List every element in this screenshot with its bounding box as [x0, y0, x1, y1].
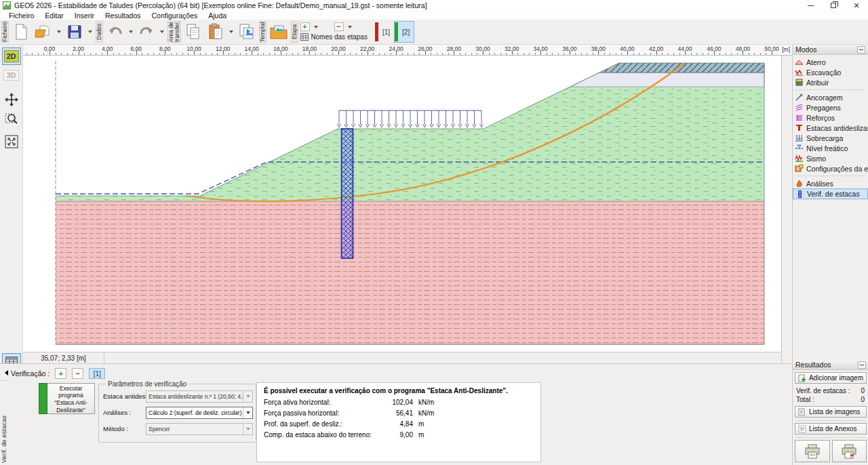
ruler-tick — [235, 53, 235, 55]
menu-resultados[interactable]: Resultados — [100, 12, 146, 20]
ruler-tick — [90, 53, 91, 55]
stage-1-tab[interactable]: [1] — [382, 28, 390, 36]
pile-select[interactable]: Estaca antideslizante n.º 1 (20,50; 4,66… — [146, 390, 253, 403]
mode-excavation[interactable]: Escavação — [793, 67, 868, 77]
copy-picture-button[interactable] — [237, 21, 257, 43]
ruler-tick — [517, 53, 518, 55]
ruler-tick — [148, 53, 149, 55]
copy-button[interactable] — [183, 21, 203, 43]
stage-2-tab-selected[interactable]: [2] — [394, 21, 414, 43]
print-selection-button[interactable] — [832, 440, 867, 462]
verification-parameters-legend: Parâmetros de verificação — [106, 380, 189, 388]
result-row-unit: m — [418, 430, 424, 441]
verification-parameters-group: Parâmetros de verificação Estaca antides… — [98, 380, 256, 443]
minimize-button[interactable] — [799, 0, 822, 11]
result-row-value: 102,04 — [384, 397, 413, 408]
undo-button[interactable] — [105, 21, 125, 43]
menu-ajuda[interactable]: Ajuda — [203, 12, 231, 20]
toolbar-group-clipboard-label: Área de transfer. — [167, 21, 181, 43]
zoom-fit-button[interactable] — [2, 133, 21, 150]
mode-stage-settings[interactable]: Configurações da etapa — [793, 163, 868, 174]
menu-inserir[interactable]: Inserir — [70, 12, 99, 20]
zoom-window-button[interactable] — [2, 110, 21, 127]
menu-configuracoes[interactable]: Configurações — [147, 12, 203, 20]
modes-panel-collapse-button[interactable] — [857, 46, 865, 54]
results-panel-collapse-button[interactable] — [858, 361, 866, 369]
run-program-button[interactable]: Executar programa "Estaca Anti-Deslizant… — [47, 383, 95, 414]
remove-stage-dropdown-arrow[interactable] — [348, 26, 352, 28]
open-template-button[interactable] — [269, 21, 289, 43]
mode-water-table[interactable]: Nível freático — [793, 143, 868, 153]
reinforcement-icon — [795, 113, 804, 122]
results-separator — [795, 420, 866, 421]
analysis-select[interactable]: Cálculo 2 (superf. de desliz. circular) — [146, 407, 253, 419]
mode-assign[interactable]: Atribuir — [793, 77, 868, 87]
restore-button[interactable] — [822, 0, 845, 11]
view-3d-button[interactable]: 3D — [2, 66, 21, 84]
anti-slide-pile[interactable] — [342, 129, 353, 258]
toolbar-group-file-label: Ficheiro — [1, 21, 9, 43]
mode-surcharge[interactable]: Sobrecarga — [793, 133, 868, 143]
add-image-button[interactable]: Adicionar imagem — [795, 372, 867, 384]
new-file-button[interactable] — [11, 21, 31, 43]
verification-1-tab[interactable]: [1] — [89, 368, 105, 379]
mode-anti-slide-pile[interactable]: Estacas antideslizantes — [793, 123, 868, 133]
stage-2-color-bar — [395, 22, 398, 41]
frame-side-tab[interactable]: Verif. de estacas — [0, 380, 8, 465]
mode-earthquake[interactable]: Sismo — [793, 153, 868, 163]
stage-names-button[interactable]: Nomes das etapas — [300, 32, 368, 42]
remove-stage-button[interactable]: − — [334, 22, 344, 31]
ruler-tick-label: 48,00 — [736, 45, 750, 52]
pan-button[interactable] — [2, 91, 21, 108]
ruler-unit-label: [m] — [782, 46, 790, 53]
menu-editar[interactable]: Editar — [40, 12, 68, 20]
ruler-tick — [26, 53, 27, 55]
zoom-fit-icon — [5, 135, 18, 148]
view-2d-button[interactable]: 2D — [2, 47, 21, 65]
menu-ficheiro[interactable]: Ficheiro — [4, 12, 39, 20]
paste-dropdown-arrow[interactable] — [229, 31, 233, 33]
list-annexes-button[interactable]: Lista de Anexos — [795, 423, 867, 434]
ruler-tick — [171, 53, 172, 55]
close-button[interactable]: ✕ — [845, 0, 868, 11]
mode-pile-verification[interactable]: Verif. de estacas — [793, 188, 868, 199]
undo-icon — [107, 25, 123, 39]
open-dropdown-arrow[interactable] — [57, 31, 61, 33]
add-stage-button[interactable]: + — [300, 22, 310, 31]
frame-side-tab-label: Verif. de estacas — [0, 416, 7, 463]
add-verification-button[interactable]: + — [55, 368, 66, 379]
print-button[interactable] — [795, 440, 830, 462]
save-button[interactable] — [64, 21, 85, 43]
close-icon: ✕ — [853, 2, 859, 9]
open-file-button[interactable] — [33, 21, 54, 43]
mode-reinforcement[interactable]: Reforços — [793, 113, 868, 123]
ruler-tick — [304, 53, 304, 55]
ruler-tick — [217, 53, 218, 55]
result-row: Prof. da superf. de desliz.:4,84m — [264, 419, 534, 430]
ruler-tick — [61, 53, 62, 55]
soil-lower-region — [56, 201, 764, 344]
list-images-label: Lista de imagens — [809, 408, 861, 416]
redo-dropdown-arrow[interactable] — [160, 31, 164, 33]
ruler-tick — [547, 53, 547, 55]
method-select[interactable]: Spencer — [146, 423, 253, 435]
add-stage-dropdown-arrow[interactable] — [314, 26, 318, 28]
drawing-canvas[interactable] — [23, 56, 781, 352]
remove-verification-button[interactable]: − — [72, 368, 83, 379]
ruler-tick-label: 10,00 — [186, 45, 201, 52]
undo-dropdown-arrow[interactable] — [129, 31, 133, 33]
ruler-tick — [524, 53, 524, 55]
ruler-tick — [153, 53, 154, 55]
menu-bar: FicheiroEditarInserirResultadosConfigura… — [0, 11, 868, 20]
mode-embankment[interactable]: Aterro — [793, 57, 868, 67]
mode-nails[interactable]: Pregagens — [793, 102, 868, 113]
ruler-tick-label: 38,00 — [591, 45, 606, 52]
cursor-coordinates: 35,07; 2,33 [m] — [23, 352, 104, 363]
mode-analysis[interactable]: Análises — [793, 178, 868, 188]
save-dropdown-arrow[interactable] — [88, 31, 92, 33]
redo-button[interactable] — [136, 21, 157, 43]
mode-anchor[interactable]: Ancoragem — [793, 92, 868, 102]
ruler-tick — [298, 53, 298, 55]
paste-button[interactable] — [205, 21, 226, 43]
list-images-button[interactable]: Lista de imagens — [795, 406, 867, 418]
